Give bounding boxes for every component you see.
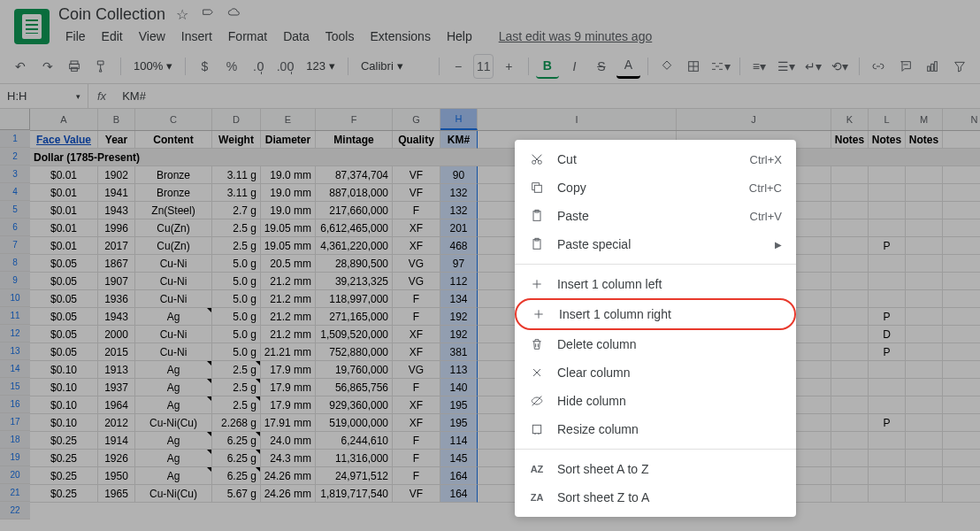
context-item-clear-column[interactable]: Clear column: [515, 358, 796, 387]
row-header[interactable]: 5: [0, 201, 30, 219]
cell[interactable]: VG: [393, 361, 440, 379]
context-item-insert-1-column-right[interactable]: Insert 1 column right: [515, 298, 796, 330]
cell[interactable]: [831, 273, 869, 290]
cell[interactable]: Cu(Zn): [135, 219, 212, 237]
cell[interactable]: [831, 166, 869, 184]
formula-input[interactable]: KM#: [115, 89, 980, 103]
cell[interactable]: [943, 237, 980, 255]
cell[interactable]: 6,244,610: [316, 432, 393, 450]
group-header-cell[interactable]: Dollar (1785-Present): [30, 149, 980, 166]
cell[interactable]: [906, 467, 943, 485]
header-cell[interactable]: Mintage: [316, 131, 393, 149]
cell[interactable]: [906, 219, 943, 237]
cell[interactable]: [906, 202, 943, 219]
cell[interactable]: Bronze: [135, 166, 212, 184]
cell[interactable]: [869, 166, 906, 184]
cell[interactable]: [906, 379, 943, 396]
cell[interactable]: 87,374,704: [316, 166, 393, 184]
column-header-N[interactable]: N: [943, 109, 980, 130]
more-formats-select[interactable]: 123▾: [301, 56, 341, 76]
cell[interactable]: 21.2 mm: [261, 273, 316, 290]
strikethrough-button[interactable]: S: [590, 54, 614, 79]
cell[interactable]: XF: [393, 219, 440, 237]
cell[interactable]: [906, 432, 943, 450]
cell[interactable]: 1936: [98, 290, 135, 308]
cell[interactable]: 21.2 mm: [261, 308, 316, 326]
cell[interactable]: F: [393, 450, 440, 467]
cell[interactable]: Cu-Ni: [135, 273, 212, 290]
cell[interactable]: [869, 396, 906, 414]
cell[interactable]: [906, 485, 943, 503]
cell[interactable]: 19.0 mm: [261, 184, 316, 202]
column-header-L[interactable]: L: [869, 109, 906, 130]
cell[interactable]: 164: [440, 485, 478, 503]
cell[interactable]: Cu-Ni: [135, 290, 212, 308]
cell[interactable]: 5.0 g: [212, 290, 261, 308]
cell[interactable]: 24,971,512: [316, 467, 393, 485]
context-item-cut[interactable]: CutCtrl+X: [515, 145, 796, 173]
cell[interactable]: [906, 166, 943, 184]
chart-button[interactable]: [921, 54, 945, 79]
cell[interactable]: 113: [440, 361, 478, 379]
context-item-hide-column[interactable]: Hide column: [515, 387, 796, 415]
row-header[interactable]: 14: [0, 360, 30, 378]
cell[interactable]: 6.25 g: [212, 432, 261, 450]
cell[interactable]: VF: [393, 485, 440, 503]
font-size-input[interactable]: 11: [473, 54, 494, 79]
cell[interactable]: XF: [393, 237, 440, 255]
header-cell[interactable]: Face Value: [30, 131, 98, 149]
row-header[interactable]: 9: [0, 272, 30, 289]
cell[interactable]: Ag: [135, 308, 212, 326]
cell[interactable]: Ag: [135, 361, 212, 379]
cell[interactable]: [906, 273, 943, 290]
cell[interactable]: D: [869, 326, 906, 343]
cell[interactable]: [906, 290, 943, 308]
cell[interactable]: P: [869, 414, 906, 432]
increase-decimal-button[interactable]: .00̩: [274, 54, 298, 79]
rotate-button[interactable]: ⟲▾: [829, 54, 853, 79]
cell[interactable]: [943, 450, 980, 467]
bold-button[interactable]: B: [536, 54, 560, 79]
cell[interactable]: [831, 290, 869, 308]
cell[interactable]: 11,316,000: [316, 450, 393, 467]
cell[interactable]: $0.01: [30, 166, 98, 184]
header-cell[interactable]: Notes: [869, 131, 906, 149]
cell[interactable]: 4,361,220,000: [316, 237, 393, 255]
row-header[interactable]: 18: [0, 431, 30, 449]
cell[interactable]: 21.2 mm: [261, 290, 316, 308]
cell[interactable]: $0.25: [30, 450, 98, 467]
grid[interactable]: Face ValueYearContentWeightDiameterMinta…: [30, 131, 980, 503]
column-header-J[interactable]: J: [677, 109, 831, 130]
cell[interactable]: XF: [393, 343, 440, 361]
cell[interactable]: [831, 467, 869, 485]
cell[interactable]: Cu(Zn): [135, 237, 212, 255]
cell[interactable]: [831, 485, 869, 503]
cell[interactable]: 6.25 g: [212, 450, 261, 467]
cell[interactable]: 5.0 g: [212, 343, 261, 361]
cell[interactable]: [869, 379, 906, 396]
merge-button[interactable]: ▾: [709, 54, 733, 79]
cell[interactable]: [943, 219, 980, 237]
cell[interactable]: VG: [393, 255, 440, 273]
cell[interactable]: $0.10: [30, 414, 98, 432]
cell[interactable]: [831, 343, 869, 361]
cell[interactable]: [869, 219, 906, 237]
cell[interactable]: $0.01: [30, 202, 98, 219]
cell[interactable]: Cu-Ni: [135, 255, 212, 273]
cell[interactable]: 1964: [98, 396, 135, 414]
cell[interactable]: VF: [393, 166, 440, 184]
cell[interactable]: [943, 414, 980, 432]
cell[interactable]: $0.10: [30, 361, 98, 379]
cell[interactable]: 1937: [98, 379, 135, 396]
cell[interactable]: 1902: [98, 166, 135, 184]
cell[interactable]: 90: [440, 166, 478, 184]
cell[interactable]: 2000: [98, 326, 135, 343]
menu-insert[interactable]: Insert: [174, 26, 219, 47]
cell[interactable]: [869, 467, 906, 485]
cell[interactable]: Cu-Ni(Cu): [135, 485, 212, 503]
halign-button[interactable]: ≡▾: [747, 54, 771, 79]
cell[interactable]: 2017: [98, 237, 135, 255]
cell[interactable]: 6.25 g: [212, 467, 261, 485]
cell[interactable]: [943, 290, 980, 308]
link-button[interactable]: [867, 54, 891, 79]
